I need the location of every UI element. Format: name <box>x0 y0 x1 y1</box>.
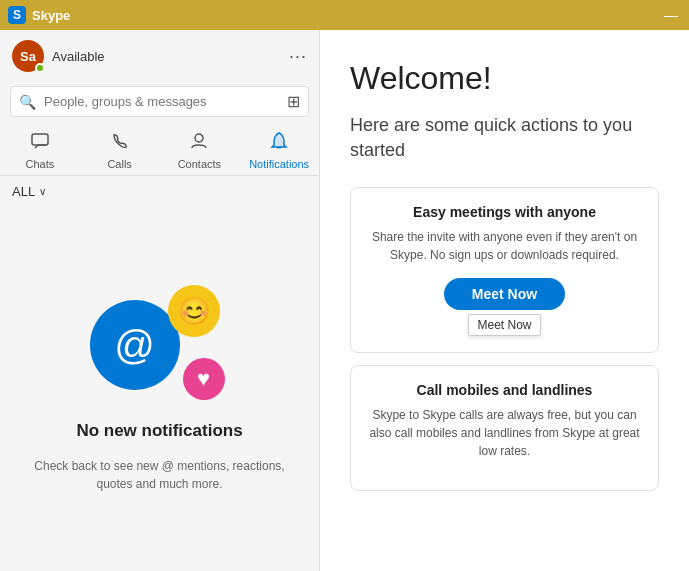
welcome-title: Welcome! <box>350 60 659 97</box>
meetings-card: Easy meetings with anyone Share the invi… <box>350 187 659 353</box>
main-layout: Sa Available ··· 🔍 ⊞ Chats <box>0 30 689 571</box>
titlebar: S Skype — <box>0 0 689 30</box>
meet-now-button[interactable]: Meet Now <box>444 278 565 310</box>
notifications-icon <box>269 131 289 156</box>
svg-rect-0 <box>32 134 48 145</box>
svg-point-1 <box>195 134 203 142</box>
calls-card-description: Skype to Skype calls are always free, bu… <box>367 406 642 460</box>
new-chat-icon[interactable]: ⊞ <box>287 92 300 111</box>
tab-notifications-label: Notifications <box>249 158 309 170</box>
calls-card-title: Call mobiles and landlines <box>367 382 642 398</box>
left-panel: Sa Available ··· 🔍 ⊞ Chats <box>0 30 320 571</box>
chats-icon <box>30 131 50 156</box>
tab-calls[interactable]: Calls <box>80 125 160 175</box>
avatar-status-indicator <box>35 63 45 73</box>
notification-illustration: @ 😊 ♥ <box>90 285 230 405</box>
calls-icon <box>110 131 130 156</box>
filter-label: ALL <box>12 184 35 199</box>
tab-contacts[interactable]: Contacts <box>160 125 240 175</box>
profile-row: Sa Available ··· <box>0 30 319 82</box>
search-icon: 🔍 <box>19 94 36 110</box>
profile-status: Available <box>52 49 289 64</box>
contacts-icon <box>189 131 209 156</box>
all-filter[interactable]: ALL ∨ <box>0 176 319 207</box>
meet-now-button-wrap: Meet Now Meet Now <box>367 278 642 336</box>
nav-tabs: Chats Calls Contacts <box>0 125 319 176</box>
tab-chats-label: Chats <box>26 158 55 170</box>
chevron-down-icon: ∨ <box>39 186 46 197</box>
search-input[interactable] <box>44 94 279 109</box>
no-notifications-title: No new notifications <box>76 421 242 441</box>
titlebar-left: S Skype <box>8 6 70 24</box>
minimize-button[interactable]: — <box>661 5 681 25</box>
tab-calls-label: Calls <box>107 158 131 170</box>
heart-icon: ♥ <box>183 358 225 400</box>
meetings-card-title: Easy meetings with anyone <box>367 204 642 220</box>
titlebar-controls: — <box>661 5 681 25</box>
skype-logo-icon: S <box>8 6 26 24</box>
tab-chats[interactable]: Chats <box>0 125 80 175</box>
tab-contacts-label: Contacts <box>178 158 221 170</box>
notifications-empty-state: @ 😊 ♥ No new notifications Check back to… <box>0 207 319 571</box>
app-title: Skype <box>32 8 70 23</box>
meet-now-tooltip: Meet Now <box>468 314 540 336</box>
meetings-card-description: Share the invite with anyone even if the… <box>367 228 642 264</box>
at-mention-icon: @ <box>90 300 180 390</box>
avatar-initials: Sa <box>20 49 36 64</box>
no-notifications-description: Check back to see new @ mentions, reacti… <box>20 457 299 493</box>
tab-notifications[interactable]: Notifications <box>239 125 319 175</box>
search-bar: 🔍 ⊞ <box>10 86 309 117</box>
avatar[interactable]: Sa <box>12 40 44 72</box>
smile-emoji-icon: 😊 <box>168 285 220 337</box>
right-panel: Welcome! Here are some quick actions to … <box>320 30 689 571</box>
calls-card: Call mobiles and landlines Skype to Skyp… <box>350 365 659 491</box>
more-options-button[interactable]: ··· <box>289 46 307 67</box>
welcome-subtitle: Here are some quick actions to you start… <box>350 113 659 163</box>
